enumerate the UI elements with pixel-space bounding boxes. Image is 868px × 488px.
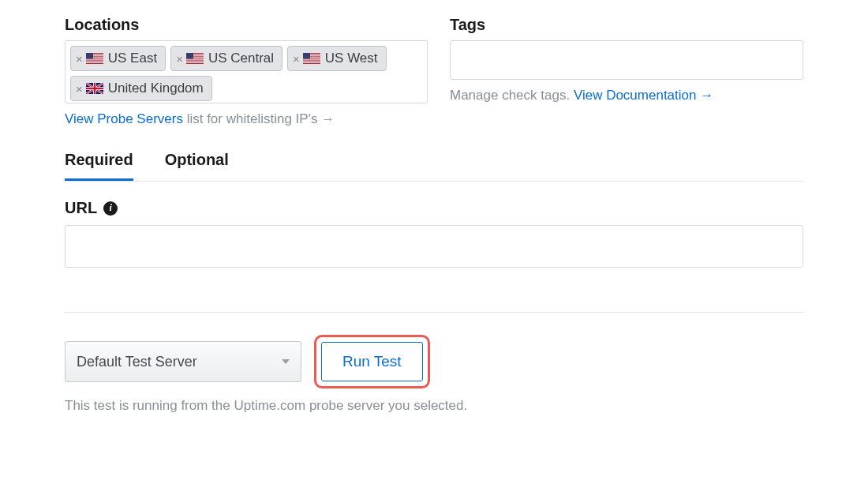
locations-label: Locations (65, 16, 418, 34)
tab-required[interactable]: Required (65, 151, 133, 181)
info-icon[interactable]: i (103, 201, 118, 216)
url-input[interactable] (65, 225, 803, 268)
manage-tags-text: Manage check tags. (450, 88, 574, 103)
us-flag-icon (303, 53, 320, 64)
chevron-down-icon (282, 359, 290, 364)
run-test-highlight: Run Test (314, 335, 430, 389)
close-icon[interactable]: × (176, 53, 183, 65)
location-chip-label: US East (108, 51, 157, 66)
tags-label: Tags (450, 16, 803, 34)
close-icon[interactable]: × (293, 53, 300, 65)
close-icon[interactable]: × (76, 83, 83, 95)
tabs: Required Optional (65, 151, 803, 182)
view-documentation-link[interactable]: View Documentation → (574, 88, 713, 103)
uk-flag-icon (86, 83, 103, 94)
run-test-button[interactable]: Run Test (321, 342, 423, 381)
location-chip[interactable]: × United Kingdom (70, 76, 212, 101)
divider (65, 312, 803, 313)
test-server-selected: Default Test Server (77, 354, 197, 370)
run-test-note: This test is running from the Uptime.com… (65, 398, 803, 414)
view-probe-servers-link[interactable]: View Probe Servers (65, 111, 183, 126)
location-chip[interactable]: × US East (70, 46, 166, 71)
tab-optional[interactable]: Optional (165, 151, 229, 181)
test-server-select[interactable]: Default Test Server (65, 341, 301, 382)
us-flag-icon (86, 53, 103, 64)
us-flag-icon (186, 53, 204, 64)
location-chip[interactable]: × US West (287, 46, 387, 71)
url-label: URL (65, 199, 97, 217)
locations-field[interactable]: × US East × US Central × US West × Unite… (65, 40, 428, 103)
location-chip[interactable]: × US Central (170, 46, 282, 71)
tags-input[interactable] (450, 40, 803, 80)
close-icon[interactable]: × (76, 53, 83, 65)
probe-servers-suffix: list for whitelisting IP's → (183, 111, 335, 126)
location-chip-label: United Kingdom (108, 81, 204, 96)
location-chip-label: US West (325, 51, 378, 66)
location-chip-label: US Central (208, 51, 274, 66)
